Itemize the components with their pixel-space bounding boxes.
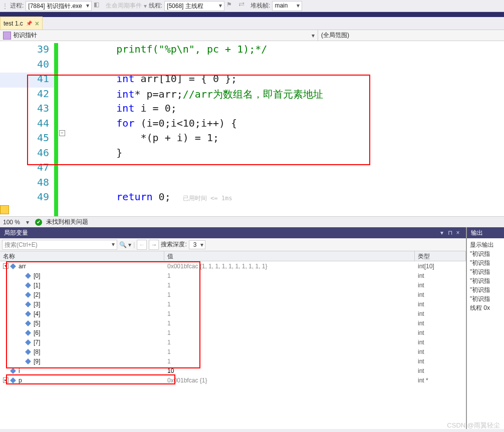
- locals-panel: 局部变量 ▾ ⊓ × 搜索(Ctrl+E)▾ 🔍 ▾ | ← → 搜索深度: 3…: [0, 227, 466, 429]
- code-line: printf("%p\n", pc + 1);*/: [68, 43, 504, 58]
- output-body: 显示输出 "初识指"初识指"初识指"初识指"初识指"初识指线程 0x: [467, 238, 504, 314]
- table-row[interactable]: [5]1int: [0, 318, 466, 328]
- table-row[interactable]: [0]1int: [0, 271, 466, 280]
- nav-back-button[interactable]: ←: [137, 240, 147, 250]
- code-line: [68, 58, 504, 73]
- zoom-level[interactable]: 100 %: [3, 219, 20, 226]
- variable-icon: [10, 377, 16, 383]
- variable-icon: [10, 263, 16, 269]
- col-value[interactable]: 值: [164, 251, 415, 261]
- col-type[interactable]: 类型: [415, 251, 466, 261]
- close-icon[interactable]: ×: [454, 229, 462, 236]
- separator-icon: ▾: [144, 3, 147, 10]
- nav-scope-right[interactable]: (全局范围): [318, 30, 504, 41]
- toggle-icon[interactable]: ⮂: [238, 1, 248, 11]
- bottom-panels: 局部变量 ▾ ⊓ × 搜索(Ctrl+E)▾ 🔍 ▾ | ← → 搜索深度: 3…: [0, 227, 504, 429]
- chevron-down-icon[interactable]: ▾: [24, 219, 31, 226]
- tab-bar: test 1.c 📌 ×: [0, 17, 504, 30]
- expander-icon[interactable]: ▸: [3, 377, 9, 383]
- output-panel: 输出 显示输出 "初识指"初识指"初识指"初识指"初识指"初识指线程 0x: [466, 227, 504, 429]
- nav-scope-right-label: (全局范围): [321, 31, 349, 40]
- variable-icon: [25, 292, 31, 298]
- bookmark-marker-icon[interactable]: [0, 205, 9, 214]
- fold-column: −: [58, 41, 68, 216]
- code-line: for (i=0;i<10;i++) {: [68, 117, 504, 132]
- expander-icon[interactable]: ▾: [3, 263, 9, 269]
- status-message: 未找到相关问题: [46, 218, 88, 226]
- output-panel-header[interactable]: 输出: [467, 227, 504, 238]
- output-line: 线程 0x: [470, 303, 501, 312]
- locals-grid-header: 名称 值 类型: [0, 251, 466, 261]
- debug-toolbar: ⋮ 进程: [7884] 初识指针.exe ◧ 生命周期事件 ▾ 线程: [50…: [0, 0, 504, 12]
- col-name[interactable]: 名称: [0, 251, 164, 261]
- change-indicator: [54, 43, 58, 216]
- code-line: return 0; 已用时间 <= 1ms: [68, 191, 504, 206]
- dropdown-icon[interactable]: ▾: [438, 229, 446, 236]
- table-row[interactable]: [9]1int: [0, 356, 466, 366]
- fold-toggle-icon[interactable]: −: [59, 130, 65, 136]
- table-row[interactable]: ▾arr0x001bfcac {1, 1, 1, 1, 1, 1, 1, 1, …: [0, 261, 466, 271]
- table-row[interactable]: ▸p0x001bfcac {1}int *: [0, 375, 466, 385]
- table-row[interactable]: [4]1int: [0, 309, 466, 318]
- thread-label: 线程:: [149, 2, 162, 10]
- stackframe-combo[interactable]: main: [272, 1, 302, 11]
- code-line: }: [68, 147, 504, 162]
- variable-icon: [25, 311, 31, 317]
- search-icon[interactable]: 🔍 ▾: [119, 241, 131, 248]
- output-line: "初识指: [470, 258, 501, 267]
- check-icon: ✔: [35, 219, 42, 226]
- code-editor[interactable]: 39 40 41 42 43 44 45 46 47 48 49 − print…: [0, 41, 504, 216]
- nav-scope-left[interactable]: 初识指针 ▾: [0, 30, 318, 41]
- chevron-down-icon[interactable]: ▾: [312, 32, 315, 39]
- code-line: [68, 176, 504, 191]
- variable-icon: [25, 330, 31, 336]
- scope-icon: [3, 32, 11, 40]
- close-icon[interactable]: ×: [35, 20, 39, 28]
- output-line: "初识指: [470, 267, 501, 276]
- process-combo[interactable]: [7884] 初识指针.exe: [26, 1, 91, 11]
- output-line: "初识指: [470, 276, 501, 285]
- variable-icon: [25, 349, 31, 355]
- output-header-label: 显示输出: [470, 240, 501, 249]
- lifecycle-label: 生命周期事件: [106, 2, 142, 10]
- code-area[interactable]: printf("%p\n", pc + 1);*/ int arr[10] = …: [68, 41, 504, 216]
- flag-icon[interactable]: ⚑: [226, 1, 236, 11]
- output-panel-title: 输出: [471, 229, 483, 237]
- variable-icon: [25, 339, 31, 345]
- code-line: int i = 0;: [68, 102, 504, 117]
- locals-panel-header[interactable]: 局部变量 ▾ ⊓ ×: [0, 227, 466, 238]
- code-line: int* p=arr;//arr为数组名，即首元素地址: [68, 88, 504, 103]
- nav-scope-label: 初识指针: [13, 31, 37, 40]
- search-input[interactable]: 搜索(Ctrl+E)▾: [2, 240, 117, 250]
- code-line: *(p + i) = 1;: [68, 132, 504, 147]
- pin-icon[interactable]: 📌: [26, 21, 32, 26]
- nav-fwd-button[interactable]: →: [149, 240, 159, 250]
- locals-panel-title: 局部变量: [4, 229, 28, 237]
- variable-icon: [25, 320, 31, 326]
- table-row[interactable]: [8]1int: [0, 347, 466, 356]
- lifecycle-icon[interactable]: ◧: [94, 1, 104, 11]
- table-row[interactable]: [7]1int: [0, 337, 466, 347]
- thread-combo[interactable]: [5068] 主线程: [164, 1, 224, 11]
- table-row[interactable]: i10int: [0, 366, 466, 375]
- navigation-bar: 初识指针 ▾ (全局范围): [0, 30, 504, 41]
- tab-well: [0, 12, 504, 17]
- table-row[interactable]: [3]1int: [0, 299, 466, 309]
- file-tab-active[interactable]: test 1.c 📌 ×: [0, 17, 43, 30]
- code-line: [68, 161, 504, 176]
- depth-combo[interactable]: 3: [189, 240, 205, 249]
- line-number-gutter: 39 40 41 42 43 44 45 46 47 48 49: [0, 41, 54, 216]
- table-row[interactable]: [1]1int: [0, 280, 466, 290]
- locals-grid-body[interactable]: ▾arr0x001bfcac {1, 1, 1, 1, 1, 1, 1, 1, …: [0, 261, 466, 429]
- locals-search-row: 搜索(Ctrl+E)▾ 🔍 ▾ | ← → 搜索深度: 3: [0, 238, 466, 251]
- process-label: 进程:: [10, 2, 24, 10]
- table-row[interactable]: [2]1int: [0, 290, 466, 299]
- stackframe-label: 堆栈帧:: [250, 2, 270, 10]
- output-line: "初识指: [470, 249, 501, 258]
- table-row[interactable]: [6]1int: [0, 328, 466, 337]
- pin-icon[interactable]: ⊓: [446, 229, 454, 236]
- editor-status-bar: 100 % ▾ ✔ 未找到相关问题: [0, 216, 504, 227]
- variable-icon: [25, 282, 31, 288]
- variable-icon: [25, 358, 31, 364]
- watermark: CSDN @雨翼轻尘: [447, 421, 500, 430]
